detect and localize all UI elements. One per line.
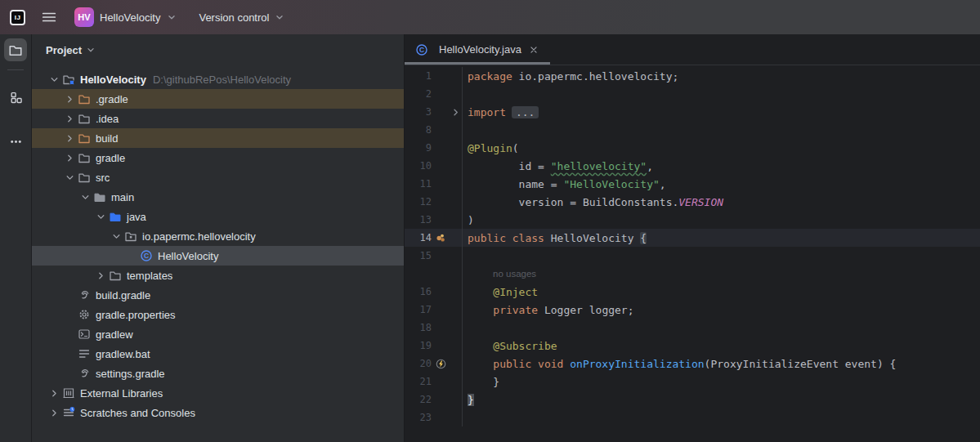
tree-item-settings-gradle[interactable]: settings.gradle [32,364,404,383]
tree-item--gradle[interactable]: .gradle [32,89,404,109]
code-token: @Inject [493,286,538,298]
tree-item-build-gradle[interactable]: build.gradle [32,285,404,305]
project-panel-header[interactable]: Project [32,34,404,65]
tree-item--idea[interactable]: .idea [32,109,404,128]
line-number[interactable]: 19 [405,340,432,351]
line-number[interactable]: 18 [405,322,432,333]
line-number[interactable]: 13 [405,214,432,225]
vcs-widget[interactable]: Version control [199,11,285,24]
line-number[interactable]: 15 [405,250,432,261]
chevron-down-icon[interactable] [78,190,93,203]
line-number[interactable]: 20 [405,358,432,369]
folder-icon [78,151,91,164]
code-line[interactable]: public void onProxyInitialization(ProxyI… [462,355,980,373]
code-line[interactable]: @Plugin( [462,139,980,157]
fold-collapsed-icon[interactable] [450,107,462,118]
chevron-right-icon[interactable] [62,112,78,125]
line-number[interactable]: 16 [405,286,432,297]
tree-item-hellovelocity[interactable]: CHelloVelocity [32,246,404,266]
tree-item-io-papermc-hellovelocity[interactable]: io.papermc.hellovelocity [32,226,404,246]
usages-inlay-hint[interactable]: no usages [493,269,536,279]
line-number[interactable]: 9 [405,142,432,154]
line-number[interactable]: 17 [405,304,432,315]
code-line[interactable]: id = "hellovelocity", [462,157,980,175]
editor-tab-bar: C HelloVelocity.java [405,34,980,65]
code-line[interactable]: name = "HelloVelocity", [462,175,980,193]
line-number[interactable]: 12 [405,196,432,208]
code-row-11: 11 name = "HelloVelocity", [405,175,980,193]
chevron-right-icon[interactable] [62,132,78,145]
editor-tab[interactable]: C HelloVelocity.java [405,34,550,65]
line-number[interactable]: 14 [405,232,432,243]
code-line[interactable]: @Subscribe [462,337,980,355]
tree-item-gradle[interactable]: gradle [32,148,404,167]
code-token: HelloVelocity [544,232,640,244]
main-menu-button[interactable] [42,10,56,25]
line-number[interactable]: 11 [405,178,432,190]
code-line[interactable] [462,409,980,426]
code-line[interactable]: public class HelloVelocity { [462,229,980,247]
close-tab-button[interactable] [527,43,540,56]
plugin-gutter-marker-icon[interactable] [432,233,450,243]
code-line[interactable] [462,319,980,337]
tree-item-gradle-properties[interactable]: gradle.properties [32,305,404,324]
line-number[interactable]: 2 [405,88,432,100]
chevron-down-icon [166,11,177,23]
tree-item-templates[interactable]: templates [32,266,404,285]
stripe-button-more[interactable] [4,130,27,153]
tree-item-gradlew[interactable]: gradlew [32,324,404,344]
class-icon: C [415,43,428,56]
package-icon [124,230,137,243]
chevron-down-icon[interactable] [47,73,62,86]
code-line[interactable]: } [462,373,980,391]
code-line[interactable]: version = BuildConstants.VERSION [462,193,980,211]
code-line[interactable] [462,85,980,103]
tree-item-build[interactable]: build [32,128,404,148]
tree-item-scratches-and-consoles[interactable]: Scratches and Consoles [32,403,404,422]
project-widget[interactable]: HV HelloVelocity [74,7,177,27]
stripe-button-structure[interactable] [4,86,27,109]
chevron-spacer [62,288,78,301]
tree-item-main[interactable]: main [32,187,404,207]
line-number[interactable]: 23 [405,412,432,423]
stripe-button-project-folder[interactable] [4,38,27,61]
line-number[interactable]: 1 [405,70,432,82]
code-line[interactable]: } [462,391,980,409]
code-token: "HelloVelocity" [563,178,659,190]
code-line[interactable]: @Inject [462,283,980,301]
code-line[interactable]: import... [462,103,980,121]
tree-item-hellovelocity[interactable]: HelloVelocityD:\githubRePos\HelloVelocit… [32,69,404,89]
folded-imports[interactable]: ... [512,106,539,118]
tree-item-label: .gradle [96,93,128,105]
line-number[interactable]: 10 [405,160,432,172]
code-line[interactable] [462,247,980,265]
code-line[interactable]: package io.papermc.hellovelocity; [462,67,980,85]
chevron-down-icon[interactable] [109,230,124,243]
chevron-right-icon[interactable] [62,151,78,164]
code-line[interactable]: private Logger logger; [462,301,980,319]
code-line[interactable]: ) [462,211,980,229]
chevron-right-icon[interactable] [62,92,78,105]
chevron-right-icon[interactable] [47,386,62,400]
tree-item-label: templates [127,270,172,282]
chevron-right-icon[interactable] [47,406,62,419]
chevron-right-icon[interactable] [93,269,109,282]
code-line[interactable] [462,121,980,139]
line-number[interactable]: 21 [405,376,432,387]
line-number[interactable]: 22 [405,394,432,405]
tree-item-label: src [96,172,110,184]
code-token: public void [493,358,563,370]
event-gutter-marker-icon[interactable] [432,358,450,370]
tree-item-gradlew-bat[interactable]: gradlew.bat [32,344,404,364]
line-number[interactable]: 8 [405,124,432,136]
line-number[interactable]: 3 [405,106,432,118]
code-token: private [493,304,538,316]
code-row-3: 3import... [405,103,980,121]
chevron-down-icon[interactable] [93,210,109,223]
tree-item-label: main [111,191,134,203]
tree-item-java[interactable]: java [32,207,404,226]
chevron-down-icon[interactable] [62,171,78,184]
tree-item-src[interactable]: src [32,167,404,187]
tree-item-external-libraries[interactable]: External Libraries [32,383,404,403]
tree-item-label: settings.gradle [96,368,165,380]
